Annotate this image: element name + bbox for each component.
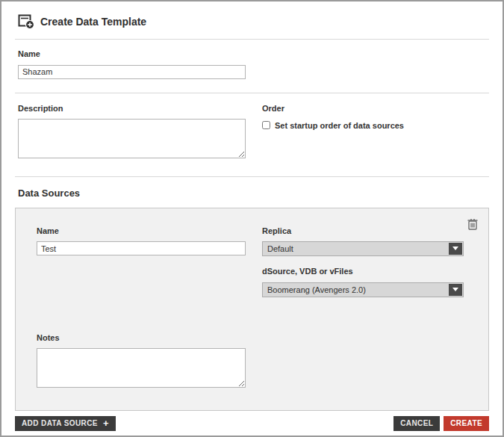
description-column: Description (18, 104, 262, 161)
data-source-select-column: Replica Default dSource, VDB or vFiles B… (262, 226, 485, 297)
notes-block: Notes (37, 333, 467, 391)
dialog-header: Create Data Template (1, 1, 503, 39)
description-label: Description (18, 104, 262, 113)
replica-select-value: Default (263, 242, 463, 255)
dsource-select[interactable]: Boomerang (Avengers 2.0) (262, 282, 464, 297)
notes-label: Notes (37, 333, 467, 342)
template-name-input[interactable] (18, 65, 246, 79)
create-data-template-dialog: Create Data Template Name Description Or… (0, 0, 504, 437)
add-data-source-button[interactable]: ADD DATA SOURCE + (15, 416, 116, 431)
dialog-footer: ADD DATA SOURCE + CANCEL CREATE (1, 411, 503, 431)
order-label: Order (262, 104, 486, 113)
plus-icon: + (103, 418, 109, 428)
description-order-section: Description Order Set startup order of d… (1, 93, 503, 176)
cancel-button[interactable]: CANCEL (393, 416, 440, 431)
template-name-section: Name (1, 40, 503, 93)
page-title: Create Data Template (40, 16, 146, 28)
order-column: Order Set startup order of data sources (262, 104, 486, 161)
chevron-down-icon[interactable] (449, 243, 462, 255)
data-source-name-input[interactable] (37, 241, 246, 255)
dsource-field: dSource, VDB or vFiles Boomerang (Avenge… (262, 267, 464, 297)
chevron-down-icon[interactable] (449, 284, 462, 296)
template-name-label: Name (18, 49, 486, 58)
data-source-panel: Name Replica Default dSource, VDB or vFi… (15, 208, 489, 411)
footer-actions: CANCEL CREATE (393, 416, 489, 431)
data-sources-heading: Data Sources (1, 177, 503, 208)
dsource-select-value: Boomerang (Avengers 2.0) (263, 283, 463, 297)
description-textarea[interactable] (18, 119, 246, 158)
dsource-label: dSource, VDB or vFiles (262, 267, 464, 276)
startup-order-checkbox-row[interactable]: Set startup order of data sources (262, 121, 486, 130)
startup-order-checkbox-label: Set startup order of data sources (275, 121, 404, 130)
add-data-source-label: ADD DATA SOURCE (22, 419, 98, 427)
data-source-name-column: Name (37, 226, 262, 297)
notes-textarea[interactable] (37, 348, 246, 388)
trash-icon (467, 217, 479, 231)
create-template-icon (18, 14, 34, 29)
replica-label: Replica (262, 226, 464, 235)
startup-order-checkbox[interactable] (262, 121, 270, 129)
data-source-fields: Name Replica Default dSource, VDB or vFi… (37, 226, 467, 297)
data-source-name-label: Name (37, 226, 262, 235)
create-button[interactable]: CREATE (444, 416, 489, 431)
delete-data-source-button[interactable] (467, 217, 479, 231)
replica-select[interactable]: Default (262, 241, 464, 256)
